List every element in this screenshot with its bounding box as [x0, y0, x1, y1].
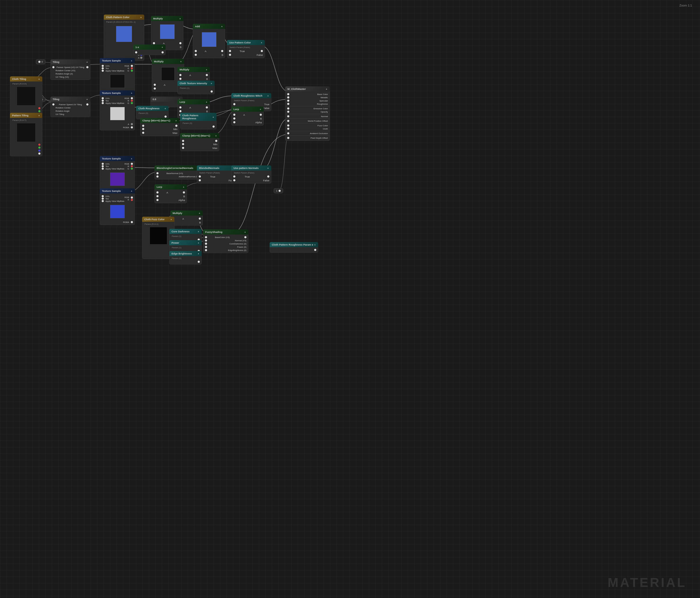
node-title: Texture Sample — [102, 92, 121, 94]
node-header[interactable]: Multiply ▲ — [177, 67, 210, 72]
use-pattern-normals-node[interactable]: Use pattern Normals ▲ Switch Param (Fals… — [231, 165, 271, 184]
port-out — [267, 175, 269, 177]
one-minus-node[interactable]: 1-x ▲ — [133, 45, 166, 55]
node-title: Lerp — [180, 100, 185, 103]
port-alpha — [156, 199, 158, 201]
node-body: Param (0) — [180, 121, 217, 129]
clamp1-node[interactable]: Clamp (Min=0) (Max=1) ▲ Min Max — [140, 118, 179, 136]
node-header[interactable]: Texture Sample ▲ — [100, 188, 135, 193]
node-header[interactable]: Use pattern Normals ▲ — [231, 165, 271, 171]
blend-angle-corrected-node[interactable]: BlendAngleCorrectedNormals ▲ BaseNormal … — [154, 165, 202, 180]
blended-normals-node[interactable]: BlendedNormals ▲ Switch Param (False) Tr… — [197, 165, 237, 184]
m-clothmaster-node[interactable]: M_ClothMaster ▲ Base Color Metallic Spec… — [285, 86, 330, 141]
node-body: BaseNormal (V3) AdditionalNormal (V3) — [154, 171, 202, 180]
clamp2-node[interactable]: Clamp (Min=0) (Max=1) ▲ Min Max — [180, 133, 219, 151]
use-pattern-color-node[interactable]: Use Pattern Color ▲ Switch Param (False)… — [227, 40, 265, 58]
port-a — [195, 50, 197, 52]
node-title: Tiling — [53, 98, 59, 101]
node-header[interactable]: Power ▲ — [169, 240, 202, 245]
port-true — [233, 103, 235, 105]
node-header[interactable]: Cloth Texture Intensity ▲ — [177, 81, 215, 86]
node-title: Use pattern Normals — [233, 167, 258, 169]
port-out — [215, 140, 217, 142]
node-header[interactable]: Cloth Pattern Roughness ▲ — [180, 113, 217, 121]
cloth-texture-intensity-node[interactable]: Cloth Texture Intensity ▲ Param (1) — [177, 81, 215, 94]
multiply4-node[interactable]: Multiply ▲ A B — [170, 211, 203, 225]
node-preview — [110, 107, 125, 120]
node-header[interactable]: Add ▲ — [193, 24, 225, 29]
node-title: Lerp — [233, 108, 239, 111]
node-header[interactable]: Tiling ▲ — [50, 97, 90, 102]
node-header[interactable]: Use Pattern Color ▲ — [227, 40, 265, 45]
node-body: Panner Speed (V2) UV Tiling Rotation Cen… — [50, 65, 90, 80]
node-title: 0.8 — [153, 98, 156, 101]
fuzzy-shading-node[interactable]: FuzzyShading ▲ BaseColor (V3) Normal (V3… — [203, 230, 248, 253]
node-header[interactable]: BlendAngleCorrectedNormals ▲ — [154, 165, 202, 171]
cloth-pattern-roughness-param-e-node[interactable]: Cloth Pattern Roughness Param e ▲ — [270, 242, 318, 253]
port-max — [142, 132, 144, 134]
tiling1-node[interactable]: Tiling ▲ Panner Speed (V2) UV Tiling Rot… — [50, 59, 90, 80]
port-r — [131, 165, 133, 167]
node-header[interactable]: Multiply ▲ — [152, 59, 184, 64]
node-header[interactable]: Cloth Tiling ▲ — [10, 76, 42, 81]
node-title: Clamp (Min=0) (Max=1) — [182, 134, 210, 137]
pattern-tiling-node[interactable]: Pattern Tiling ▲ Param (R,H,T) — [10, 113, 42, 156]
node-header[interactable]: BlendedNormals ▲ — [197, 165, 237, 171]
node-title: Texture Sample — [102, 157, 121, 160]
value-node-1-right[interactable]: 1 — [274, 188, 283, 193]
node-header[interactable]: Edge Brightness ▲ — [169, 251, 202, 256]
port-out — [261, 50, 263, 52]
node-header[interactable]: Texture Sample ▲ — [100, 90, 135, 96]
port-out — [86, 66, 89, 68]
node-header[interactable]: Texture Sample ▲ — [100, 58, 135, 63]
port-min — [182, 143, 184, 145]
node-header[interactable]: Cloth Pattern Color ▲ — [104, 15, 144, 20]
multiply3-node[interactable]: Multiply ▲ A B — [177, 67, 210, 82]
node-header[interactable]: 1-x ▲ — [133, 45, 166, 50]
port-tex — [102, 165, 104, 167]
node-header[interactable]: Texture Sample ▲ — [100, 156, 135, 161]
port-in — [135, 51, 137, 53]
texture-sample2-node[interactable]: Texture Sample ▲ UVs Tex Apply View MipB… — [100, 90, 135, 130]
node-header[interactable]: Multiply ▲ — [151, 16, 183, 21]
port-mip — [102, 70, 104, 72]
port-out — [260, 114, 262, 116]
port-g — [131, 102, 133, 104]
node-subtitle: Param (0) — [170, 257, 201, 260]
node-body — [270, 247, 318, 253]
node-header[interactable]: M_ClothMaster ▲ — [285, 86, 330, 92]
node-header[interactable]: Cloth Roughness ▲ — [136, 106, 169, 111]
node-header[interactable]: FuzzyShading ▲ — [203, 230, 248, 235]
port-opacity — [287, 111, 289, 113]
texture-sample4-node[interactable]: Texture Sample ▲ UVs Tex Apply View MipB… — [100, 188, 135, 225]
node-title: Use Pattern Color — [229, 41, 251, 44]
port-rgba — [131, 126, 133, 128]
lerp2-node[interactable]: Lerp ▲ A B Alpha — [231, 106, 264, 125]
node-header[interactable]: Lerp ▲ — [231, 106, 264, 112]
lerp3-node[interactable]: Lerp ▲ A B Alpha — [154, 184, 187, 203]
node-header[interactable]: Pattern Tiling ▲ — [10, 113, 42, 118]
node-header[interactable]: Tiling ▲ — [50, 59, 90, 65]
node-header[interactable]: Cloth Pattern Roughness Param e ▲ — [270, 242, 318, 247]
node-body: Min Max — [180, 138, 219, 151]
node-header[interactable]: Clamp (Min=0) (Max=1) ▲ — [180, 133, 219, 138]
tiling2-node[interactable]: Tiling ▲ Panner Speed UV Tiling Rotation… — [50, 97, 90, 117]
node-body: Panner Speed UV Tiling Rotation Center R… — [50, 102, 90, 117]
port-uvs — [102, 65, 104, 67]
node-header[interactable]: Lerp ▲ — [177, 99, 210, 104]
cloth-pattern-roughness-node[interactable]: Cloth Pattern Roughness ▲ Param (0) — [180, 113, 217, 129]
add1-node[interactable]: Add ▲ A B — [193, 24, 225, 58]
port-g — [131, 168, 133, 170]
node-header[interactable]: Clamp (Min=0) (Max=1) ▲ — [140, 118, 179, 123]
node-header[interactable]: Lerp ▲ — [154, 184, 187, 189]
node-header[interactable]: Cloth Fuzz Color ▲ — [142, 217, 174, 222]
cloth-roughness-node[interactable]: Cloth Roughness ▲ Param (0) — [136, 106, 169, 119]
node-header[interactable]: Multiply ▲ — [170, 211, 203, 216]
port-add-normal — [156, 175, 158, 177]
port-rgb — [131, 65, 133, 67]
node-header[interactable]: Core Darkness ▲ — [169, 229, 202, 234]
port-true — [233, 175, 235, 177]
node-header[interactable]: Cloth Roughness Witch ▲ — [231, 93, 271, 98]
edge-brightness-node[interactable]: Edge Brightness ▲ Param (0) — [169, 251, 202, 264]
value-node-0-left[interactable]: 0 — [36, 59, 45, 64]
